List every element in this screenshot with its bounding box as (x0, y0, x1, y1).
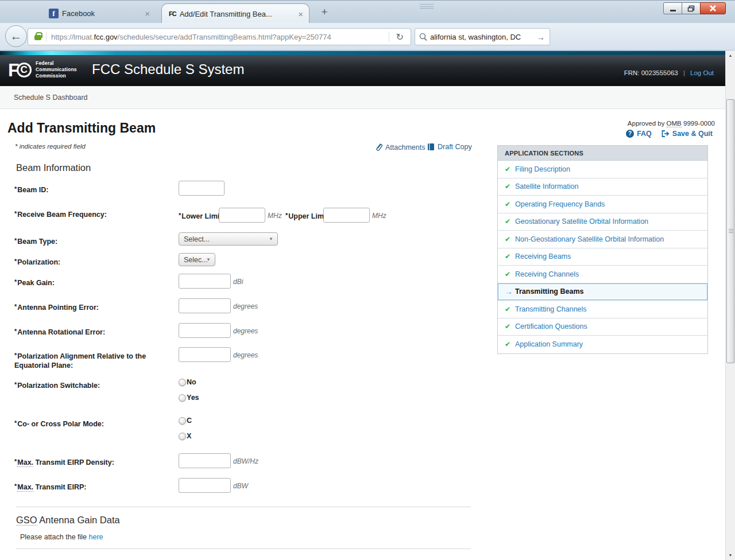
divider (16, 507, 471, 507)
tab-title: Add/Edit Transmitting Bea... (180, 10, 295, 18)
search-value: alifornia st, washington, DC (430, 33, 532, 41)
sidebar-item-transmitting-channels[interactable]: ✔ Transmitting Channels (498, 301, 707, 318)
max-transmit-eirp-input[interactable] (179, 478, 231, 493)
polarization-alignment-input[interactable] (179, 347, 231, 362)
frn-block: FRN: 0023555063 | Log Out (624, 69, 714, 76)
scroll-up-icon[interactable]: ▲ (726, 50, 735, 60)
url-bar[interactable]: https://lmuat.fcc.gov/schedules/secure/a… (28, 28, 411, 45)
application-sections-header: APPLICATION SECTIONS (498, 146, 707, 161)
sidebar-item-application-summary[interactable]: ✔ Application Summary (498, 336, 707, 353)
attach-here-link[interactable]: here (89, 533, 103, 541)
max-transmit-eirp-density-input[interactable] (179, 453, 231, 468)
antenna-rotational-error-unit: degrees (233, 327, 258, 335)
draft-copy-link[interactable]: Draft Copy (427, 143, 472, 151)
polarization-switchable-no-radio[interactable]: No (179, 378, 196, 386)
check-icon: ✔ (505, 340, 515, 348)
breadcrumb[interactable]: Schedule S Dashboard (14, 94, 88, 102)
log-out-link[interactable]: Log Out (690, 69, 714, 76)
reload-icon[interactable]: ↻ (389, 32, 411, 42)
frn-number: FRN: 0023555063 (624, 69, 678, 76)
antenna-rotational-error-input[interactable] (179, 323, 231, 338)
upper-limit-unit: MHz (372, 212, 386, 220)
beam-type-select[interactable]: Select... ▼ (179, 232, 278, 246)
max-transmit-eirp-unit: dBW (233, 482, 248, 490)
app-header: F C Federal Communications Commission FC… (0, 55, 725, 86)
polarization-select[interactable]: Selec... ▼ (179, 253, 215, 266)
minimize-icon (670, 5, 676, 12)
sidebar-item-receiving-beams[interactable]: ✔ Receiving Beams (498, 248, 707, 266)
fcc-logo-text: Federal Communications Commission (36, 60, 77, 79)
sidebar-item-transmitting-beams[interactable]: → Transmitting Beams (498, 283, 707, 301)
polarization-switchable-label: *Polarization Switchable: (14, 380, 165, 390)
peak-gain-input[interactable] (179, 274, 231, 289)
radio-icon (179, 433, 186, 440)
beam-id-label: *Beam ID: (14, 184, 165, 195)
sidebar-item-operating-frequency-bands[interactable]: ✔ Operating Frequency Bands (498, 196, 707, 213)
window-drag-grip[interactable] (420, 4, 434, 9)
omb-abbr: OMB (667, 120, 682, 127)
omb-approval-note: Approved by OMB 9999-0000 (628, 120, 715, 127)
check-icon: ✔ (505, 182, 515, 190)
sidebar-item-certification-questions[interactable]: ✔ Certification Questions (498, 318, 707, 336)
page-scrollbar[interactable]: ▲ ▼ (725, 50, 735, 560)
sidebar-item-receiving-channels[interactable]: ✔ Receiving Channels (498, 266, 707, 283)
receive-beam-frequency-label: *Receive Beam Frequency: (14, 209, 165, 219)
page-title: Add Transmitting Beam (7, 120, 156, 136)
sidebar-item-filing-description[interactable]: ✔ Filing Description (498, 161, 707, 178)
polarization-alignment-unit: degrees (233, 351, 258, 359)
close-button[interactable] (700, 2, 726, 14)
search-go-icon[interactable]: → (532, 32, 550, 42)
url-text: https://lmuat.fcc.gov/schedules/secure/a… (51, 33, 389, 41)
faq-link[interactable]: ? FAQ (626, 130, 652, 138)
antenna-pointing-error-input[interactable] (179, 298, 231, 313)
lower-limit-label: *Lower Limit: (179, 212, 225, 220)
check-icon: ✔ (505, 165, 515, 173)
lock-icon (34, 35, 41, 40)
fcc-logo: F C (8, 61, 32, 79)
app-title: FCC Schedule S System (92, 61, 244, 77)
tab-close-icon[interactable]: × (298, 10, 303, 18)
minimize-button[interactable] (663, 2, 682, 14)
new-tab-button[interactable]: + (317, 5, 332, 19)
lower-limit-unit: MHz (268, 212, 282, 220)
scroll-down-icon[interactable]: ▼ (726, 550, 735, 560)
scrollbar-thumb[interactable] (726, 99, 734, 363)
sidebar-item-geostationary-orbital-info[interactable]: ✔ Geostationary Satellite Orbital Inform… (498, 213, 707, 231)
close-icon (709, 5, 717, 11)
beam-information-heading: Beam Information (16, 162, 91, 173)
search-input[interactable]: alifornia st, washington, DC → (415, 28, 550, 45)
gso-antenna-gain-heading: GSO Antenna Gain Data (16, 515, 120, 526)
polarization-label: *Polarization: (14, 256, 165, 267)
restore-button[interactable] (682, 2, 701, 14)
window-controls (664, 2, 726, 14)
lower-limit-input[interactable] (219, 208, 265, 223)
peak-gain-label: *Peak Gain: (14, 277, 165, 287)
beam-id-input[interactable] (179, 181, 225, 196)
divider (16, 549, 471, 549)
draft-book-icon (427, 143, 435, 151)
polarization-switchable-yes-radio[interactable]: Yes (179, 394, 199, 402)
polar-mode-x-radio[interactable]: X (179, 432, 191, 440)
header-accent-strip (0, 50, 725, 55)
check-icon: ✔ (505, 252, 515, 260)
attachments-link[interactable]: Attachments (375, 143, 425, 151)
search-icon (415, 32, 430, 41)
arrow-right-icon: → (505, 287, 515, 296)
sidebar-item-satellite-information[interactable]: ✔ Satellite Information (498, 178, 707, 196)
tab-add-edit-transmitting-beams[interactable]: FC Add/Edit Transmitting Bea... × (161, 3, 310, 24)
antenna-pointing-error-unit: degrees (233, 302, 258, 310)
antenna-rotational-error-label: *Antenna Rotational Error: (14, 326, 165, 337)
peak-gain-unit: dBi (233, 278, 243, 286)
check-icon: ✔ (505, 235, 515, 243)
save-quit-link[interactable]: Save & Quit (661, 130, 713, 138)
polarization-alignment-label: *Polarization Alignment Relative to the … (14, 351, 163, 370)
tab-close-icon[interactable]: × (145, 9, 150, 18)
upper-limit-input[interactable] (323, 208, 370, 223)
beam-type-label: *Beam Type: (14, 236, 165, 246)
question-icon: ? (626, 130, 634, 138)
chevron-down-icon: ▼ (269, 236, 273, 242)
polar-mode-c-radio[interactable]: C (179, 417, 192, 425)
sidebar-item-non-geostationary-orbital-info[interactable]: ✔ Non-Geostationary Satellite Orbital In… (498, 231, 707, 248)
back-button[interactable]: ← (5, 25, 27, 47)
tab-facebook[interactable]: f Facebook × (43, 5, 156, 21)
